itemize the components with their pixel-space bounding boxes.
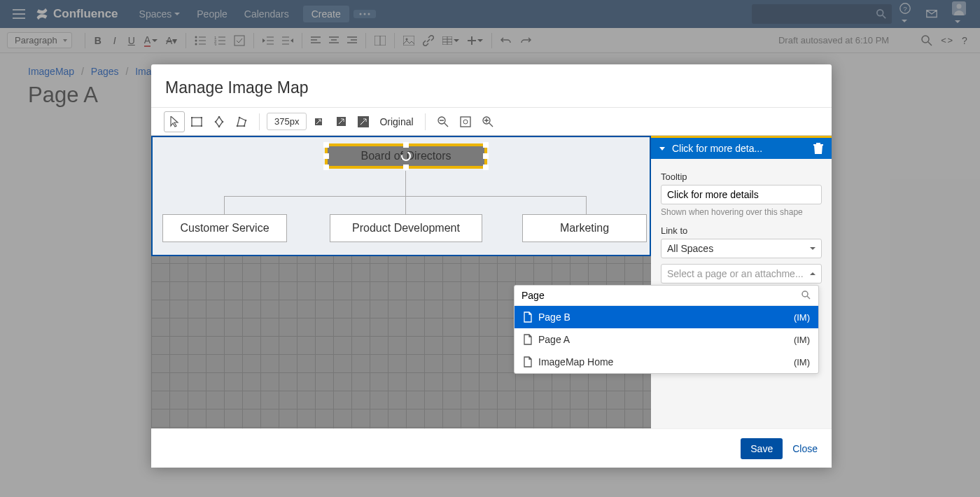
svg-point-21 xyxy=(191,117,192,118)
svg-point-29 xyxy=(237,125,239,127)
tooltip-hint: Shown when hovering over this shape xyxy=(661,207,822,217)
linkto-label: Link to xyxy=(661,225,822,236)
panel-header-label: Click for more deta... xyxy=(672,143,762,154)
tooltip-input[interactable] xyxy=(661,185,822,204)
collapse-icon xyxy=(659,147,665,150)
loading-spinner-icon xyxy=(400,150,412,162)
page-picker-item-space: (IM) xyxy=(794,335,810,345)
space-select[interactable]: All Spaces xyxy=(661,239,822,258)
page-icon xyxy=(523,334,533,345)
canvas-image-area: Board of Directors Cu xyxy=(151,136,651,256)
page-icon xyxy=(523,356,533,368)
zoom-fit-button[interactable] xyxy=(455,111,476,132)
page-picker-item[interactable]: Page A(IM) xyxy=(514,328,818,351)
circle-tool-button[interactable] xyxy=(209,111,230,132)
page-picker-dropdown: Page B(IM)Page A(IM)ImageMap Home(IM) xyxy=(514,285,819,374)
size-small-button[interactable] xyxy=(308,111,329,132)
svg-point-22 xyxy=(201,117,202,118)
page-picker-item[interactable]: Page B(IM) xyxy=(514,306,818,328)
panel-header[interactable]: Click for more deta... xyxy=(651,136,832,159)
page-picker-item[interactable]: ImageMap Home(IM) xyxy=(514,351,818,373)
modal-title: Manage Image Map xyxy=(151,64,832,107)
original-size-button[interactable]: Original xyxy=(375,116,417,127)
svg-point-32 xyxy=(244,125,246,127)
rectangle-tool-button[interactable] xyxy=(186,111,207,132)
zoom-in-button[interactable] xyxy=(477,111,498,132)
zoom-out-button[interactable] xyxy=(433,111,454,132)
page-picker-item-label: Page B xyxy=(538,312,570,323)
polygon-tool-button[interactable] xyxy=(231,111,252,132)
modal-footer: Save Close xyxy=(151,428,832,468)
svg-point-31 xyxy=(245,119,247,121)
close-button[interactable]: Close xyxy=(792,443,818,454)
page-picker-search xyxy=(514,286,818,306)
svg-point-38 xyxy=(463,120,468,124)
save-button[interactable]: Save xyxy=(741,438,783,459)
svg-rect-20 xyxy=(192,118,202,126)
imagemap-toolbar: 375px Original xyxy=(151,107,832,135)
image-width-input[interactable]: 375px xyxy=(267,113,307,130)
pointer-tool-button[interactable] xyxy=(164,111,185,132)
shape-customer-service[interactable]: Customer Service xyxy=(162,214,287,242)
svg-point-26 xyxy=(222,120,224,122)
page-picker-item-label: ImageMap Home xyxy=(538,356,613,368)
page-icon xyxy=(523,312,533,323)
svg-point-28 xyxy=(215,120,217,122)
svg-point-40 xyxy=(402,152,410,160)
svg-point-24 xyxy=(201,125,202,126)
page-picker-item-space: (IM) xyxy=(794,312,810,323)
shape-marketing[interactable]: Marketing xyxy=(522,214,647,242)
svg-point-41 xyxy=(802,291,808,297)
svg-point-30 xyxy=(239,116,241,118)
svg-point-23 xyxy=(191,125,192,126)
delete-shape-button[interactable] xyxy=(813,143,823,154)
page-picker-search-input[interactable] xyxy=(522,290,802,301)
search-icon xyxy=(802,290,811,300)
imagemap-canvas[interactable]: Board of Directors Cu xyxy=(151,136,651,428)
size-large-button[interactable] xyxy=(353,111,374,132)
page-picker-item-label: Page A xyxy=(538,334,570,345)
shape-board-directors[interactable]: Board of Directors xyxy=(325,144,487,169)
svg-rect-37 xyxy=(461,117,470,127)
shape-properties-panel: Click for more deta... Tooltip Shown whe… xyxy=(651,136,832,428)
shape-product-development[interactable]: Product Development xyxy=(330,214,482,242)
page-select[interactable]: Select a page or an attachme... xyxy=(661,264,822,284)
page-picker-item-space: (IM) xyxy=(794,357,810,368)
size-medium-button[interactable] xyxy=(330,111,351,132)
tooltip-label: Tooltip xyxy=(661,172,822,182)
manage-image-map-modal: Manage Image Map 375px Original Board of… xyxy=(151,64,832,468)
